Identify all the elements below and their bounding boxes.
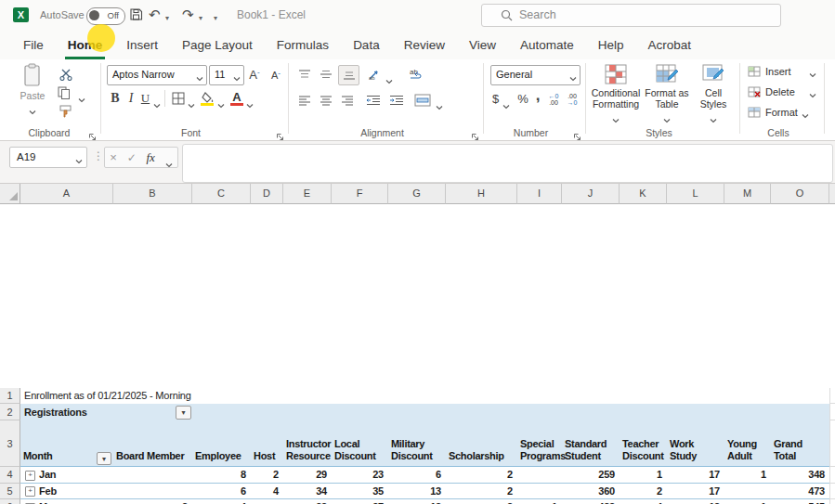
col-header-I[interactable]: I (517, 184, 562, 204)
insert-function-icon[interactable]: fx (146, 150, 154, 165)
select-all-corner[interactable] (0, 184, 20, 204)
autosave-toggle[interactable]: Off (86, 7, 125, 25)
percent-style-button[interactable]: % (515, 90, 530, 108)
enter-icon[interactable]: ✓ (127, 151, 137, 164)
borders-button[interactable] (170, 90, 186, 106)
pivot-header-scholarship[interactable]: Scholarship (449, 420, 515, 465)
cell-styles-button[interactable]: Cell Styles (691, 64, 736, 116)
month-filter-dropdown[interactable]: ▾ (97, 452, 111, 465)
cell-A4[interactable]: +Jan (25, 467, 111, 484)
pivot-header-young-adult[interactable]: Young Adult (727, 420, 768, 465)
qat-customize-chevron-icon[interactable]: ▾ (214, 10, 217, 27)
undo-button[interactable]: ↶ (149, 6, 161, 23)
tab-file[interactable]: File (11, 31, 56, 59)
cell-L5[interactable]: 17 (667, 484, 724, 500)
copy-button[interactable] (56, 85, 72, 100)
cell-J4[interactable]: 259 (562, 467, 620, 484)
cell-G5[interactable]: 13 (388, 484, 446, 500)
increase-indent-button[interactable] (386, 92, 407, 109)
orientation-button[interactable]: ab (365, 66, 384, 83)
cell-M4[interactable]: 1 (724, 467, 771, 484)
align-center-button[interactable] (317, 92, 335, 109)
cell-K4[interactable]: 1 (620, 467, 667, 484)
number-format-select[interactable]: General (490, 65, 581, 85)
paste-button[interactable]: Paste (13, 63, 52, 108)
font-size-select[interactable]: 11 (209, 65, 244, 85)
col-header-H[interactable]: H (446, 184, 517, 204)
cell-H4[interactable]: 2 (446, 467, 517, 484)
pivot-header-standard-student[interactable]: Standard Student (565, 420, 617, 465)
number-dialog-launcher[interactable] (573, 128, 582, 137)
cell-H6[interactable]: 3 (446, 499, 517, 504)
pivot-header-military-discount[interactable]: Military Discount (391, 420, 443, 465)
cell-A6[interactable]: +Mar (25, 499, 111, 504)
col-header-A[interactable]: A (20, 184, 113, 204)
decrease-font-size-button[interactable]: Aˇ (267, 67, 285, 84)
formula-options-dropdown[interactable] (165, 155, 173, 161)
cell-L4[interactable]: 17 (667, 467, 724, 484)
pivot-header-month[interactable]: Month (23, 420, 96, 465)
middle-align-button[interactable] (317, 66, 335, 83)
fill-color-dropdown[interactable] (217, 96, 225, 101)
italic-button[interactable]: I (124, 89, 137, 108)
accounting-format-button[interactable]: $ (489, 90, 502, 108)
pivot-name-label[interactable]: Registrations (24, 404, 163, 420)
delete-cells-button[interactable]: Delete (748, 86, 818, 97)
col-header-D[interactable]: D (251, 184, 283, 204)
pivot-header-board-member[interactable]: Board Member (116, 420, 189, 465)
cell-M6[interactable]: 1 (724, 499, 771, 504)
pivot-header-grand-total[interactable]: Grand Total (774, 420, 827, 465)
col-header-M[interactable]: M (724, 184, 771, 204)
col-header-K[interactable]: K (620, 184, 667, 204)
search-input[interactable]: Search (481, 4, 781, 27)
row-header-3[interactable]: 3 (0, 420, 20, 467)
increase-font-size-button[interactable]: Aˆ (245, 65, 264, 84)
cell-G4[interactable]: 6 (388, 467, 446, 484)
pivot-header-work-study[interactable]: Work Study (670, 420, 722, 465)
pivot-header-employee[interactable]: Employee (195, 420, 248, 465)
namebox-splitter-icon[interactable]: ⋮ (93, 149, 104, 162)
row-header-4[interactable]: 4 (0, 467, 20, 484)
cell-A1[interactable]: Enrollment as of 01/21/2025 - Morning (24, 388, 489, 404)
cell-I6[interactable]: 1 (517, 499, 562, 504)
fill-color-button[interactable] (200, 88, 215, 106)
col-header-J[interactable]: J (562, 184, 620, 204)
pivot-header-special-programs[interactable]: Special Programs (520, 420, 559, 465)
decrease-indent-button[interactable] (363, 92, 384, 109)
underline-button[interactable]: U (138, 89, 152, 108)
cell-J6[interactable]: 433 (562, 499, 620, 504)
cell-O4[interactable]: 348 (771, 467, 829, 484)
col-header-O[interactable]: O (771, 184, 829, 204)
redo-button[interactable]: ↷ (182, 6, 194, 23)
increase-decimal-button[interactable]: ←0.00 (545, 90, 562, 108)
accounting-dropdown[interactable] (502, 97, 510, 102)
col-header-L[interactable]: L (667, 184, 724, 204)
align-left-button[interactable] (295, 92, 314, 109)
cut-button[interactable] (56, 67, 76, 82)
tab-insert[interactable]: Insert (114, 31, 170, 59)
tab-view[interactable]: View (457, 31, 508, 59)
borders-dropdown[interactable] (188, 96, 195, 101)
cell-E4[interactable]: 29 (283, 467, 332, 484)
excel-logo-icon[interactable]: X (13, 7, 29, 22)
cell-K6[interactable]: 4 (620, 499, 667, 504)
bottom-align-button[interactable] (338, 65, 359, 85)
cell-F4[interactable]: 23 (332, 467, 388, 484)
alignment-dialog-launcher[interactable] (471, 128, 480, 137)
clipboard-dialog-launcher[interactable] (88, 128, 98, 137)
insert-cells-button[interactable]: Insert (748, 66, 818, 77)
row-header-6[interactable]: 6 (0, 499, 20, 504)
pivot-name-dropdown[interactable]: ▾ (176, 406, 191, 420)
expand-feb-icon[interactable]: + (25, 486, 35, 497)
cell-K5[interactable]: 2 (620, 484, 667, 500)
cell-F5[interactable]: 35 (332, 484, 388, 500)
cell-A5[interactable]: +Feb (25, 484, 111, 500)
col-header-G[interactable]: G (388, 184, 446, 204)
col-header-B[interactable]: B (113, 184, 192, 204)
wrap-text-button[interactable]: ab (406, 65, 426, 84)
format-as-table-button[interactable]: Format as Table (643, 64, 691, 116)
bold-button[interactable]: B (108, 89, 123, 108)
cell-C5[interactable]: 6 (192, 484, 251, 500)
save-button[interactable] (129, 7, 143, 25)
font-color-dropdown[interactable] (246, 96, 254, 101)
